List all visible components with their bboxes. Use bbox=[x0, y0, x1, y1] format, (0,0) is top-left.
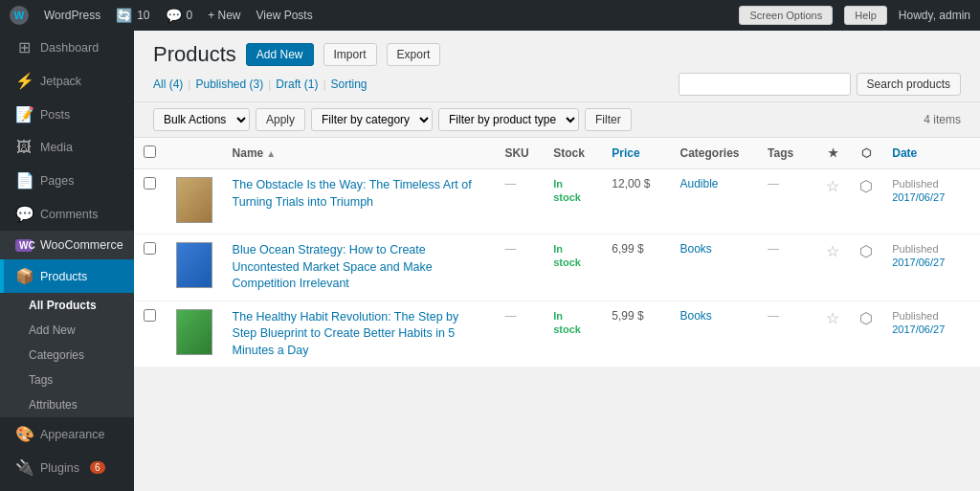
view-posts-item[interactable]: View Posts bbox=[256, 9, 313, 22]
filter-draft-link[interactable]: Draft (1) bbox=[276, 78, 318, 91]
row2-box-icon: ⬡ bbox=[859, 243, 873, 259]
row2-sku: — bbox=[495, 234, 544, 301]
appearance-icon: 🎨 bbox=[15, 425, 33, 443]
row2-product-name-link[interactable]: Blue Ocean Strategy: How to Create Uncon… bbox=[233, 243, 433, 290]
row3-category-link[interactable]: Books bbox=[679, 309, 711, 323]
row1-stock: Instock bbox=[544, 169, 602, 234]
sidebar-item-tags[interactable]: Tags bbox=[0, 368, 134, 392]
apply-button[interactable]: Apply bbox=[256, 108, 305, 131]
filter-type-select[interactable]: Filter by product type bbox=[438, 108, 579, 131]
row2-stock: Instock bbox=[544, 234, 602, 301]
row3-star-icon[interactable]: ☆ bbox=[826, 310, 839, 326]
categories-label: Categories bbox=[29, 348, 84, 362]
row2-checkbox[interactable] bbox=[144, 242, 156, 255]
filter-all[interactable]: All (4) bbox=[153, 78, 183, 91]
updates-item[interactable]: 🔄 10 bbox=[116, 8, 149, 23]
sidebar-item-all-products[interactable]: All Products bbox=[0, 293, 134, 318]
row2-tags: — bbox=[758, 234, 816, 301]
add-new-button[interactable]: Add New bbox=[246, 43, 314, 66]
row1-checkbox-cell bbox=[134, 169, 167, 234]
row2-name-cell: Blue Ocean Strategy: How to Create Uncon… bbox=[223, 234, 496, 301]
draft-count: 1 bbox=[308, 78, 315, 91]
filter-sorting-link[interactable]: Sorting bbox=[331, 78, 368, 91]
comments-sidebar-icon: 💬 bbox=[15, 205, 33, 223]
filter-button[interactable]: Filter bbox=[585, 108, 632, 131]
import-button[interactable]: Import bbox=[323, 43, 377, 66]
filter-published[interactable]: Published (3) bbox=[195, 78, 263, 91]
sidebar-label-appearance: Appearance bbox=[40, 428, 104, 441]
sidebar-label-pages: Pages bbox=[40, 174, 74, 188]
search-input[interactable] bbox=[679, 73, 851, 96]
row2-date-link[interactable]: 2017/06/27 bbox=[892, 257, 945, 268]
row3-checkbox[interactable] bbox=[144, 309, 156, 322]
sidebar: ⊞ Dashboard ⚡ Jetpack 📝 Posts 🖼 Media 📄 … bbox=[0, 31, 134, 491]
sidebar-item-media[interactable]: 🖼 Media bbox=[0, 131, 134, 164]
sidebar-item-posts[interactable]: 📝 Posts bbox=[0, 98, 134, 131]
sidebar-item-categories[interactable]: Categories bbox=[0, 343, 134, 368]
tags-label: Tags bbox=[29, 373, 53, 387]
select-all-checkbox[interactable] bbox=[144, 145, 156, 158]
sidebar-item-attributes[interactable]: Attributes bbox=[0, 392, 134, 417]
row3-box-icon: ⬡ bbox=[859, 310, 873, 326]
row3-product-name-link[interactable]: The Healthy Habit Revolution: The Step b… bbox=[233, 310, 459, 357]
th-date[interactable]: Date bbox=[882, 138, 980, 169]
row2-star-icon[interactable]: ☆ bbox=[826, 243, 839, 259]
help-button[interactable]: Help bbox=[844, 6, 887, 25]
sidebar-item-jetpack[interactable]: ⚡ Jetpack bbox=[0, 64, 134, 98]
row1-checkbox[interactable] bbox=[144, 177, 156, 190]
filter-sorting[interactable]: Sorting bbox=[331, 78, 368, 91]
row3-price: 5,99 $ bbox=[602, 301, 670, 368]
sidebar-label-comments: Comments bbox=[40, 208, 98, 221]
sidebar-item-add-new[interactable]: Add New bbox=[0, 318, 134, 343]
sidebar-label-media: Media bbox=[40, 141, 73, 154]
wp-logo-item[interactable]: W bbox=[10, 6, 29, 25]
products-table: Name ▲ SKU Stock Price Categories Tags ★… bbox=[134, 138, 980, 368]
new-label: + New bbox=[208, 9, 240, 22]
updates-icon: 🔄 bbox=[116, 8, 132, 23]
site-name-item[interactable]: WordPress bbox=[44, 9, 100, 22]
sidebar-item-products[interactable]: 📦 Products bbox=[0, 259, 134, 293]
sidebar-item-appearance[interactable]: 🎨 Appearance bbox=[0, 417, 134, 451]
row1-date-link[interactable]: 2017/06/27 bbox=[892, 191, 945, 203]
screen-options-button[interactable]: Screen Options bbox=[739, 6, 833, 25]
th-name[interactable]: Name ▲ bbox=[223, 138, 496, 169]
sep3: | bbox=[323, 78, 325, 91]
comments-count: 0 bbox=[187, 9, 193, 22]
new-item[interactable]: + New bbox=[208, 9, 240, 22]
main-inner: Products Add New Import Export All (4) |… bbox=[134, 31, 980, 491]
comments-item[interactable]: 💬 0 bbox=[166, 8, 193, 23]
search-products-button[interactable]: Search products bbox=[857, 73, 961, 96]
row1-product-name-link[interactable]: The Obstacle Is the Way: The Timeless Ar… bbox=[233, 178, 472, 209]
posts-icon: 📝 bbox=[15, 105, 33, 123]
row1-sku: — bbox=[495, 169, 544, 234]
filter-category-select[interactable]: Filter by category bbox=[311, 108, 433, 131]
row2-checkbox-cell bbox=[134, 234, 167, 301]
row3-checkbox-cell bbox=[134, 301, 167, 368]
sep1: | bbox=[188, 78, 190, 91]
main-content: Products Add New Import Export All (4) |… bbox=[134, 31, 980, 491]
sidebar-item-dashboard[interactable]: ⊞ Dashboard bbox=[0, 31, 134, 64]
row1-image-cell bbox=[167, 169, 223, 234]
row3-stock: Instock bbox=[544, 301, 602, 368]
sidebar-item-users[interactable]: 👤 Users bbox=[0, 484, 134, 491]
row2-category-link[interactable]: Books bbox=[679, 242, 711, 256]
filter-draft[interactable]: Draft (1) bbox=[276, 78, 318, 91]
howdy-text: Howdy, admin bbox=[899, 9, 970, 22]
row3-tags: — bbox=[758, 301, 816, 368]
filter-all-link[interactable]: All (4) bbox=[153, 78, 183, 91]
export-button[interactable]: Export bbox=[387, 43, 441, 66]
bulk-actions-select[interactable]: Bulk Actions bbox=[153, 108, 250, 131]
row1-category-link[interactable]: Audible bbox=[679, 177, 718, 190]
filter-published-link[interactable]: Published (3) bbox=[195, 78, 263, 91]
sidebar-item-woocommerce[interactable]: WC WooCommerce bbox=[0, 231, 134, 259]
row1-star-icon[interactable]: ☆ bbox=[826, 178, 839, 194]
row3-product-image bbox=[176, 309, 212, 355]
sidebar-item-comments[interactable]: 💬 Comments bbox=[0, 197, 134, 231]
row3-date-link[interactable]: 2017/06/27 bbox=[892, 324, 945, 335]
th-price[interactable]: Price bbox=[602, 138, 670, 169]
table-header: Name ▲ SKU Stock Price Categories Tags ★… bbox=[134, 138, 980, 169]
th-stock: Stock bbox=[544, 138, 602, 169]
published-count: 3 bbox=[254, 78, 260, 91]
sidebar-item-pages[interactable]: 📄 Pages bbox=[0, 164, 134, 197]
sidebar-item-plugins[interactable]: 🔌 Plugins 6 bbox=[0, 451, 134, 484]
